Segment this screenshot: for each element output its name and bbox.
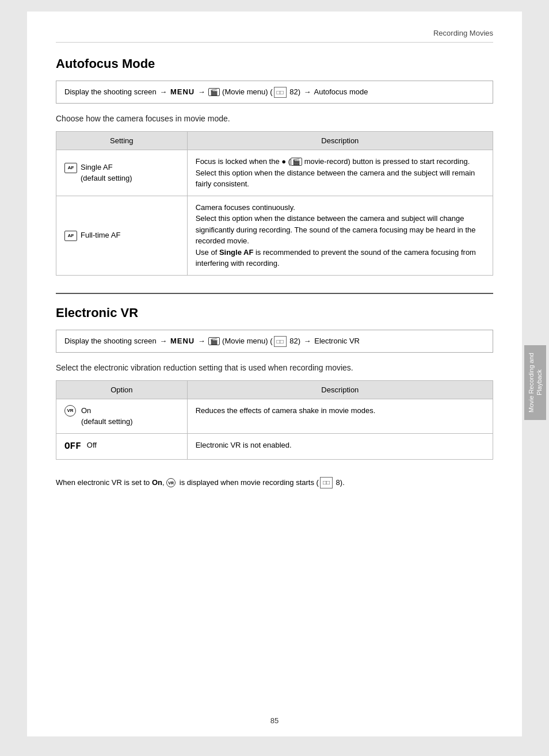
autofocus-col1-header: Setting <box>56 132 188 150</box>
autofocus-nav-box: Display the shooting screen → MENU → 🎬 (… <box>56 81 493 104</box>
vr-display-icon: VR <box>166 478 176 487</box>
autofocus-table: Setting Description AF Single AF(default… <box>56 131 493 276</box>
table-row: OFF Off Electronic VR is not enabled. <box>56 433 493 459</box>
evr-nav-text: Display the shooting screen → MENU → 🎬 (… <box>64 337 360 345</box>
evr-nav-box: Display the shooting screen → MENU → 🎬 (… <box>56 330 493 353</box>
vr-on-icon: VR <box>64 405 76 417</box>
autofocus-intro: Choose how the camera focuses in movie m… <box>56 114 493 123</box>
evr-section-title: Electronic VR <box>56 306 493 320</box>
evr-col2-header: Description <box>187 380 493 399</box>
sidebar-tab-label: Movie Recording and Playback <box>527 345 544 420</box>
single-af-icon: AF <box>64 163 77 173</box>
autofocus-row2-icon-label: AF Full-time AF <box>64 230 179 241</box>
autofocus-row2-setting: AF Full-time AF <box>56 196 188 275</box>
off-label: Off <box>87 440 97 451</box>
autofocus-row1-description: Focus is locked when the ● (🎬 movie-reco… <box>187 150 493 196</box>
table-row: VR On(default setting) Reduces the effec… <box>56 399 493 433</box>
table-row: AF Single AF(default setting) Focus is l… <box>56 150 493 196</box>
sidebar-tab: Movie Recording and Playback <box>524 345 546 420</box>
evr-row1-icon-label: VR On(default setting) <box>64 405 179 427</box>
autofocus-row1-icon-label: AF Single AF(default setting) <box>64 162 179 184</box>
autofocus-row1-setting: AF Single AF(default setting) <box>56 150 188 196</box>
vr-on-label: On(default setting) <box>81 405 133 427</box>
page-header: Recording Movies <box>56 29 493 43</box>
autofocus-row2-description: Camera focuses continuously. Select this… <box>187 196 493 275</box>
evr-row1-description: Reduces the effects of camera shake in m… <box>187 399 493 433</box>
evr-bottom-note: When electronic VR is set to On, VR is d… <box>56 477 493 489</box>
evr-row2-setting: OFF Off <box>56 433 188 459</box>
autofocus-nav-text: Display the shooting screen → MENU → 🎬 (… <box>64 87 368 96</box>
off-symbol: OFF <box>64 440 81 453</box>
autofocus-col2-header: Description <box>187 132 493 150</box>
evr-intro: Select the electronic vibration reductio… <box>56 363 493 372</box>
page: Recording Movies Autofocus Mode Display … <box>27 12 522 736</box>
section-divider <box>56 293 493 294</box>
header-title: Recording Movies <box>433 29 493 37</box>
page-number: 85 <box>27 716 522 725</box>
evr-row1-setting: VR On(default setting) <box>56 399 188 433</box>
evr-row2-description: Electronic VR is not enabled. <box>187 433 493 459</box>
full-time-af-icon: AF <box>64 231 77 241</box>
table-row: AF Full-time AF Camera focuses continuou… <box>56 196 493 275</box>
single-af-label: Single AF(default setting) <box>81 162 132 184</box>
evr-col1-header: Option <box>56 380 188 399</box>
movie-record-icon: 🎬 <box>291 158 302 166</box>
full-time-af-label: Full-time AF <box>81 230 120 241</box>
evr-row2-icon-label: OFF Off <box>64 440 179 453</box>
autofocus-section-title: Autofocus Mode <box>56 56 493 71</box>
evr-table: Option Description VR On(default setting… <box>56 380 493 460</box>
